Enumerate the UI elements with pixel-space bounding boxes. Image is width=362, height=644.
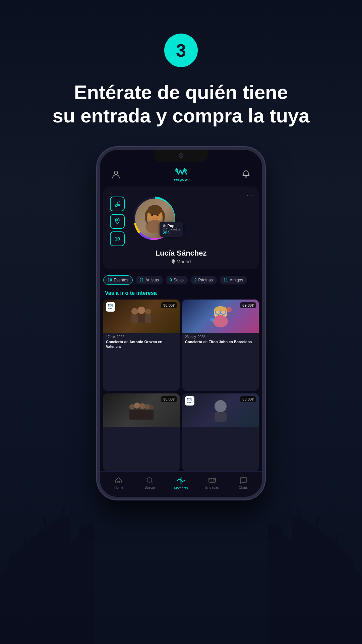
nav-tickets-label: Entradas [205, 486, 219, 489]
event-badge-4: BONOCULTURAL [185, 396, 194, 406]
svg-rect-20 [131, 315, 138, 323]
svg-point-32 [129, 404, 135, 410]
event-date-1: 17 dic. 2022 [106, 335, 177, 339]
svg-point-21 [138, 307, 145, 314]
event-price-3: 30,00€ [161, 396, 177, 402]
svg-point-33 [134, 402, 140, 409]
event-info-4 [182, 427, 259, 432]
profile-badges: 10 [110, 197, 125, 246]
svg-point-29 [213, 315, 228, 327]
svg-point-34 [139, 403, 145, 409]
stats-tabs: 10 Eventos 21 Artistas 9 Salas 2 Páginas… [100, 273, 262, 287]
svg-point-31 [210, 318, 214, 322]
phone-screen: wegow ··· [100, 150, 262, 497]
event-price-4: 30,00€ [240, 396, 256, 402]
music-badge [110, 197, 125, 211]
svg-point-6 [114, 171, 118, 174]
svg-point-40 [147, 478, 152, 482]
headline: Entérate de quién tiene su entrada y com… [32, 80, 329, 127]
bottom-nav: Home Buscar Moments [100, 471, 262, 497]
nav-moments[interactable]: Moments [166, 476, 197, 490]
tab-artistas[interactable]: 21 Artistas [135, 276, 163, 284]
nav-tickets[interactable]: Entradas [196, 476, 228, 489]
nav-home[interactable]: Home [103, 476, 134, 489]
events-grid: BONOCULTURAL 30,00€ 17 dic. 2022 Concier… [100, 300, 262, 471]
event-date-2: 23 may. 2022 [185, 335, 256, 339]
profile-main: 10 [110, 193, 252, 246]
svg-point-15 [147, 205, 162, 215]
event-card-1[interactable]: BONOCULTURAL 30,00€ 17 dic. 2022 Concier… [103, 300, 180, 391]
event-info-3 [103, 427, 180, 432]
svg-point-17 [157, 214, 159, 216]
event-badge-1: BONOCULTURAL [106, 302, 115, 312]
svg-point-38 [215, 400, 227, 412]
svg-rect-24 [145, 315, 151, 323]
more-button[interactable]: ··· [247, 192, 254, 199]
svg-point-10 [118, 204, 120, 206]
nav-search[interactable]: Buscar [134, 476, 166, 489]
number-badge: 10 [110, 231, 125, 246]
svg-rect-41 [209, 478, 216, 482]
nav-chats[interactable]: Chats [228, 476, 259, 489]
phone-camera [179, 153, 183, 158]
nav-home-label: Home [114, 486, 123, 489]
profile-icon[interactable] [110, 168, 122, 180]
step-number: 3 [176, 40, 186, 61]
svg-rect-39 [215, 412, 227, 422]
profile-name: Lucía Sánchez [110, 249, 252, 258]
events-section-title: Vas a ir o te interesa [100, 287, 262, 300]
phone-notch [154, 150, 208, 162]
phone-mockup: wegow ··· [97, 147, 265, 499]
event-price-2: 69,00€ [240, 302, 256, 308]
location-badge [110, 214, 125, 229]
app-name-label: wegow [174, 177, 188, 181]
event-card-3[interactable]: 30,00€ [103, 393, 180, 471]
nav-chats-label: Chats [239, 486, 248, 489]
headline-line1: Entérate de quién tiene [74, 81, 288, 103]
svg-point-23 [145, 309, 151, 315]
svg-point-11 [117, 219, 118, 221]
nav-search-label: Buscar [145, 486, 155, 489]
svg-point-30 [226, 307, 232, 312]
svg-point-36 [149, 405, 154, 410]
svg-rect-22 [138, 314, 145, 323]
nav-moments-label: Moments [174, 486, 188, 490]
svg-point-9 [115, 205, 117, 207]
headline-line2: su entrada y compra la tuya [52, 105, 309, 126]
step-circle: 3 [164, 34, 198, 67]
tab-eventos[interactable]: 10 Eventos [103, 275, 133, 285]
event-info-2: 23 may. 2022 Concierto de Elton John en … [182, 333, 259, 347]
event-info-1: 17 dic. 2022 Concierto de Antonio Orozco… [103, 333, 180, 352]
svg-point-16 [151, 214, 153, 216]
svg-rect-37 [129, 410, 154, 420]
profile-name-section: Lucía Sánchez Madrid [110, 249, 252, 264]
svg-point-18 [173, 261, 174, 262]
event-name-2: Concierto de Elton John en Barcelona [185, 339, 256, 344]
event-card-2[interactable]: 69,00€ 23 may. 2022 Concierto de Elton J… [182, 300, 259, 391]
wegow-logo: wegow [174, 167, 188, 181]
notifications-icon[interactable] [240, 168, 252, 180]
tab-paginas[interactable]: 2 Páginas [190, 276, 217, 284]
profile-section: ··· [103, 186, 259, 269]
genre-tooltip: Pop 2 Conciertos 2/10 [160, 222, 183, 237]
avatar-container: Pop 2 Conciertos 2/10 [130, 193, 180, 244]
tab-amigos[interactable]: 11 Amigos [220, 276, 247, 284]
tab-salas[interactable]: 9 Salas [166, 276, 188, 284]
event-card-4[interactable]: BONOCULTURAL 30,00€ [182, 393, 259, 471]
svg-point-19 [131, 308, 138, 315]
profile-location: Madrid [110, 259, 252, 264]
event-price-1: 30,00€ [161, 302, 177, 308]
event-name-1: Concierto de Antonio Orozco en Valencia [106, 339, 177, 349]
